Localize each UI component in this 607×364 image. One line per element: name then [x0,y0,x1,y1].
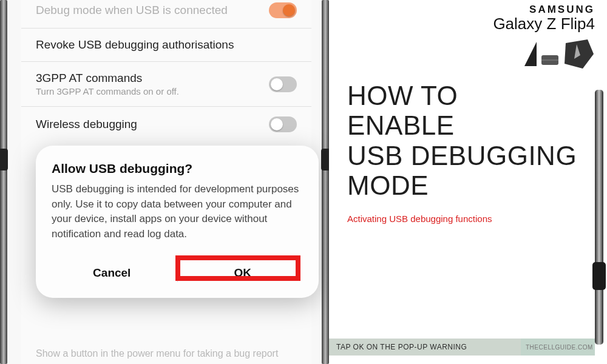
ok-button[interactable]: OK [183,259,304,287]
headline-text: HOW TO ENABLE USB DEBUGGING MODE [347,81,595,200]
brand-logo-text: SAMSUNG [347,4,595,16]
setting-title: 3GPP AT commands [36,72,269,85]
phone-screen: Debug mode when USB is connected Revoke … [21,0,311,364]
dialog-separator [177,264,178,282]
caption-bar: TAP OK ON THE POP-UP WARNING THECELLGUID… [329,339,595,356]
setting-row-wireless-debugging[interactable]: Wireless debugging [21,107,311,142]
dialog-title: Allow USB debugging? [52,161,303,176]
product-illustration-icon [347,37,595,73]
headline-line: ENABLE [347,110,455,140]
setting-title: Wireless debugging [36,118,269,131]
usb-debugging-dialog: Allow USB debugging? USB debugging is in… [36,146,319,298]
caption-instruction: TAP OK ON THE POP-UP WARNING [329,339,521,356]
setting-subtitle: Turn 3GPP AT commands on or off. [36,86,269,96]
phone-hinge-left [0,149,8,170]
toggle-off-icon[interactable] [269,76,297,92]
caption-site: THECELLGUIDE.COM [521,339,595,356]
cancel-button[interactable]: Cancel [52,259,172,287]
setting-title: Revoke USB debugging authorisations [36,38,297,52]
phone-screenshot-panel: Debug mode when USB is connected Revoke … [0,0,329,364]
setting-row-revoke-auth[interactable]: Revoke USB debugging authorisations [21,29,311,62]
info-panel: SAMSUNG Galaxy Z Flip4 HOW TO ENABLE USB… [329,0,607,364]
second-phone-hinge [592,262,606,290]
subheadline-text: Activating USB debugging functions [347,214,595,224]
phone-frame-right-edge [322,0,329,364]
dialog-body: USB debugging is intended for developmen… [52,182,303,242]
obscured-setting-text: Show a button in the power menu for taki… [36,348,311,360]
setting-title: Debug mode when USB is connected [36,4,269,17]
setting-row-3gpp-at[interactable]: 3GPP AT commands Turn 3GPP AT commands o… [21,62,311,107]
toggle-off-icon[interactable] [269,116,297,132]
svg-marker-0 [524,42,537,66]
headline-line: MODE [347,170,429,200]
headline-line: HOW TO [347,81,458,110]
setting-row-debug-mode-usb[interactable]: Debug mode when USB is connected [21,0,311,29]
product-model-text: Galaxy Z Flip4 [347,15,595,33]
toggle-on-icon[interactable] [269,2,297,18]
dialog-actions: Cancel OK [52,259,303,287]
phone-frame-left-edge [0,0,7,364]
headline-line: USB DEBUGGING [347,141,577,170]
second-phone-edge [595,90,603,345]
